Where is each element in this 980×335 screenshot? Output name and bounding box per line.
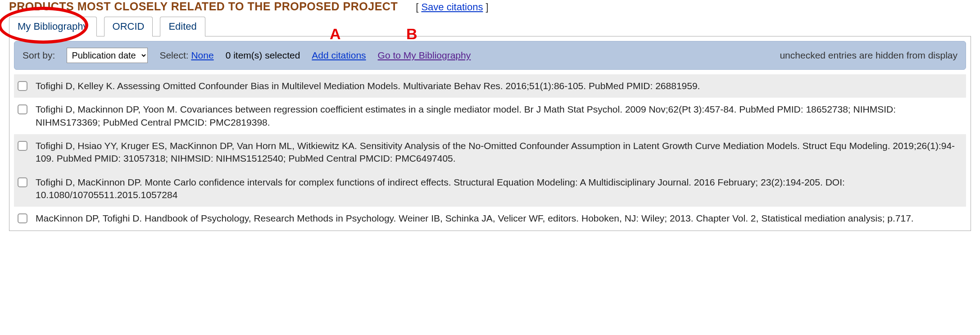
list-item: MacKinnon DP, Tofighi D. Handbook of Psy… [14, 207, 966, 230]
citation-text: Tofighi D, MacKinnon DP. Monte Carlo con… [36, 176, 962, 202]
tab-edited[interactable]: Edited [160, 17, 205, 36]
tab-orcid[interactable]: ORCID [104, 17, 153, 36]
section-title: PRODUCTS MOST CLOSELY RELATED TO THE PRO… [9, 0, 398, 13]
tab-panel: A B Sort by: Publication date Select: No… [9, 36, 971, 231]
citation-checkbox[interactable] [18, 177, 27, 187]
citation-text: MacKinnon DP, Tofighi D. Handbook of Psy… [36, 212, 914, 225]
save-citations-bracket: [ Save citations ] [416, 1, 488, 13]
citation-list: Tofighi D, Kelley K. Assessing Omitted C… [14, 74, 966, 231]
citation-text: Tofighi D, Mackinnon DP, Yoon M. Covaria… [36, 103, 962, 129]
citation-text: Tofighi D, Hsiao YY, Kruger ES, MacKinno… [36, 140, 962, 165]
list-item: Tofighi D, Mackinnon DP, Yoon M. Covaria… [14, 98, 966, 134]
citation-text: Tofighi D, Kelley K. Assessing Omitted C… [36, 80, 700, 92]
select-label: Select: [159, 50, 188, 60]
sort-by-label: Sort by: [23, 50, 55, 61]
hidden-entries-note: unchecked entries are hidden from displa… [780, 50, 957, 61]
select-none-link[interactable]: None [191, 50, 213, 60]
citation-checkbox[interactable] [18, 213, 27, 223]
toolbar: A B Sort by: Publication date Select: No… [14, 41, 966, 70]
list-item: Tofighi D, Hsiao YY, Kruger ES, MacKinno… [14, 134, 966, 171]
save-citations-link[interactable]: Save citations [421, 1, 483, 13]
items-selected-count: 0 item(s) selected [226, 50, 300, 61]
go-to-my-bibliography-link[interactable]: Go to My Bibliography [378, 50, 471, 60]
list-item: Tofighi D, Kelley K. Assessing Omitted C… [14, 74, 966, 98]
sort-by-select[interactable]: Publication date [67, 48, 148, 63]
tab-my-bibliography[interactable]: My Bibliography [9, 17, 97, 36]
citation-checkbox[interactable] [18, 104, 27, 114]
citation-checkbox[interactable] [18, 81, 27, 91]
citation-checkbox[interactable] [18, 141, 27, 151]
list-item: Tofighi D, MacKinnon DP. Monte Carlo con… [14, 171, 966, 207]
add-citations-link[interactable]: Add citations [312, 50, 366, 60]
